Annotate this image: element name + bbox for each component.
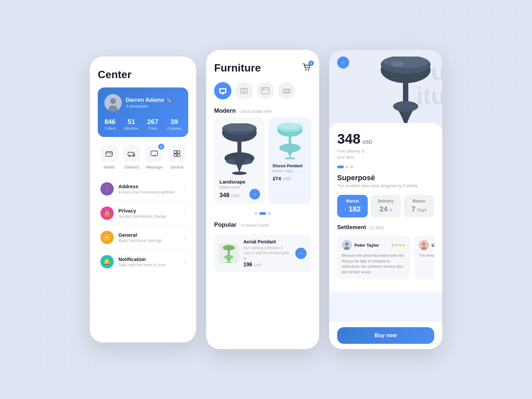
popular-list: Aerial Pendant Our Lighting collection i… [214, 234, 311, 272]
cat-tab-1[interactable] [235, 82, 253, 99]
detail-dot-3 [350, 166, 353, 168]
svg-rect-17 [220, 89, 225, 92]
product-card-landscape[interactable]: Landscape Matter made 348 USD → [214, 117, 265, 204]
delivery-icon [123, 145, 140, 162]
svg-point-40 [285, 157, 295, 159]
detail-price: 348 [337, 131, 360, 147]
address-title: Address [118, 184, 179, 189]
svg-point-50 [393, 101, 418, 112]
carousel-dots [214, 212, 311, 215]
modern-section-title: Modern · Good quality item [214, 107, 311, 116]
svg-point-14 [305, 69, 307, 70]
aerial-desc: Our Lighting collection is sure to add t… [243, 245, 291, 261]
svg-point-4 [110, 154, 111, 155]
svg-rect-21 [262, 88, 269, 94]
svg-point-7 [133, 155, 134, 157]
product-grid: Landscape Matter made 348 USD → [214, 117, 311, 204]
cart-button[interactable]: 2 [302, 63, 311, 74]
notification-icon: 🔔 [100, 255, 114, 268]
cart-badge: 2 [309, 61, 314, 66]
modern-title: Modern [214, 107, 236, 114]
aerial-info: Aerial Pendant Our Lighting collection i… [243, 239, 291, 268]
general-icon [100, 231, 114, 244]
product-card-discus[interactable]: Discus Pendant Matter made 274 USD [269, 117, 311, 204]
product-landscape-name: Landscape [219, 179, 259, 185]
detail-product-name: Superposé [337, 174, 434, 182]
menu-address[interactable]: 📍 Address Ensure your harvesting address… [98, 178, 188, 200]
delivery-action[interactable]: Delivery [123, 145, 140, 170]
menu-general[interactable]: General Basic functional Settings › [98, 226, 188, 249]
dot-1 [255, 212, 257, 215]
menu-privacy[interactable]: 🔒 Privacy System permission change › [98, 202, 188, 225]
notification-title: Notification [118, 256, 179, 262]
furniture-title: Furniture [214, 62, 261, 74]
cat-tab-0[interactable] [214, 82, 231, 99]
review-text-2: This temp prac... [419, 253, 434, 258]
stat-collect-num: 846 [104, 118, 116, 126]
detail-hero: ← Fuitu [329, 50, 442, 130]
aerial-img [219, 243, 239, 263]
svg-rect-19 [241, 88, 247, 93]
menu-notification[interactable]: 🔔 Notification Take over the news in tim… [98, 250, 188, 273]
profile-card: Darren Adams ✏️ A trendsetter 846 Collec… [98, 87, 188, 137]
aerial-add-button[interactable]: → [295, 248, 307, 259]
category-tabs [214, 82, 311, 99]
detail-delivery: Free delivery toyour door [337, 148, 434, 160]
edit-icon[interactable]: ✏️ [166, 98, 172, 103]
popular-section-header: Popular · In recent month [214, 221, 311, 230]
tab-market-label: Market [340, 199, 365, 203]
svg-rect-8 [151, 151, 158, 156]
stat-attention-label: Attention [124, 126, 138, 130]
tab-delivery[interactable]: Delivery 24 h [370, 195, 401, 217]
message-badge: 2 [158, 144, 164, 150]
hero-lamp-img [376, 60, 436, 130]
cat-tab-2[interactable] [257, 82, 274, 99]
stat-coupons: 39 Coupons [167, 118, 182, 130]
product-discus-price: 274 USD [273, 176, 307, 181]
landscape-img [219, 122, 259, 176]
stat-track-num: 267 [147, 118, 158, 126]
wallet-icon [100, 145, 118, 162]
reviewer-name-peter: Peter Taylor [354, 243, 379, 248]
buy-now-button[interactable]: Buy now [337, 327, 434, 344]
privacy-sub: System permission change [118, 214, 179, 219]
svg-point-54 [345, 242, 348, 246]
tab-market-value: ↑ 182 [340, 205, 365, 213]
dot-2-active [259, 212, 266, 215]
stat-track: 267 Track [147, 118, 158, 130]
tab-return[interactable]: Return 7 Days [404, 195, 434, 217]
service-icon [168, 145, 186, 162]
svg-point-52 [391, 61, 404, 66]
tab-market[interactable]: Market ↑ 182 [337, 195, 368, 217]
message-action[interactable]: 2 Message [146, 145, 163, 170]
svg-point-20 [243, 89, 245, 92]
landscape-add-button[interactable]: → [249, 189, 260, 200]
svg-rect-5 [128, 152, 133, 156]
svg-rect-10 [177, 151, 180, 153]
price-row: 348 USD [337, 131, 434, 147]
back-button[interactable]: ← [337, 57, 349, 68]
wallet-action[interactable]: Wallet [100, 145, 118, 170]
stat-collect: 846 Collect [104, 118, 116, 130]
stat-attention: 51 Attention [124, 118, 138, 130]
detail-product-sub: The smallest table lamp designed by Fred… [337, 184, 434, 188]
product-landscape-type: Matter made [219, 185, 259, 189]
svg-point-1 [110, 98, 116, 104]
svg-point-34 [232, 172, 247, 175]
tab-return-label: Return [406, 199, 432, 203]
svg-rect-11 [174, 154, 177, 157]
svg-rect-18 [222, 93, 224, 94]
review-2: User 2 ★★★★★ This temp prac... [414, 235, 434, 279]
modern-sub: · Good quality item [238, 109, 272, 114]
address-icon: 📍 [100, 182, 114, 196]
review-peter: Peter Taylor ★★★★ Because the personal r… [337, 235, 410, 279]
discus-img [273, 121, 307, 161]
notification-sub: Take over the news in time [118, 263, 179, 267]
address-sub: Ensure your harvesting address [118, 190, 179, 195]
service-action[interactable]: Service [168, 145, 186, 170]
tab-return-value: 7 Days [406, 205, 432, 213]
popular-item-aerial[interactable]: Aerial Pendant Our Lighting collection i… [214, 234, 311, 272]
cat-tab-3[interactable] [278, 82, 295, 99]
reviewer-avatar-2 [419, 240, 429, 250]
service-label: Service [170, 165, 184, 170]
